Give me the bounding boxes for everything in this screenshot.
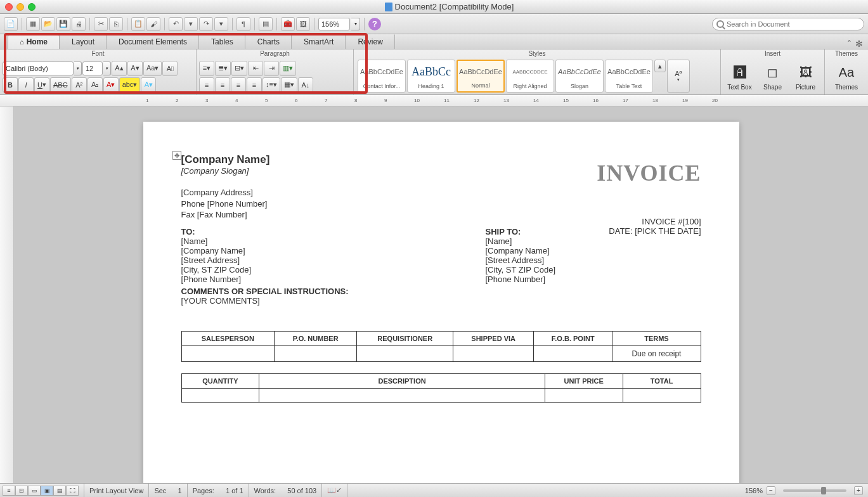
comments-value[interactable]: [YOUR COMMENTS] bbox=[181, 296, 701, 306]
ship-company[interactable]: [Company Name] bbox=[486, 246, 701, 255]
zoom-icon[interactable] bbox=[28, 3, 36, 11]
redo-dropdown[interactable]: ▾ bbox=[214, 17, 228, 31]
paste-button[interactable]: 📋 bbox=[131, 17, 145, 31]
tab-home[interactable]: ⌂Home bbox=[8, 34, 60, 49]
zoom-label[interactable]: 156% bbox=[745, 487, 763, 494]
themes-button[interactable]: AaThemes bbox=[831, 62, 862, 91]
td-terms[interactable]: Due on receipt bbox=[612, 345, 701, 361]
font-color-button[interactable]: A▾ bbox=[103, 77, 119, 93]
font-size-dropdown[interactable]: ▾ bbox=[103, 61, 111, 75]
media-browser-button[interactable]: 🖼 bbox=[296, 17, 310, 31]
ship-city[interactable]: [City, ST ZIP Code] bbox=[486, 265, 701, 274]
show-hide-button[interactable]: ¶ bbox=[236, 17, 250, 31]
th-total[interactable]: TOTAL bbox=[623, 373, 701, 388]
text-effects-button[interactable]: A▾ bbox=[141, 77, 156, 93]
page[interactable]: ✥ INVOICE [Company Name] [Company Slogan… bbox=[143, 122, 739, 483]
shrink-font-button[interactable]: A▾ bbox=[127, 61, 143, 76]
styles-scroll-up[interactable]: ▴ bbox=[654, 60, 666, 72]
th-unit-price[interactable]: UNIT PRICE bbox=[545, 373, 623, 388]
document-scroll[interactable]: ✥ INVOICE [Company Name] [Company Slogan… bbox=[14, 106, 868, 483]
tab-document-elements[interactable]: Document Elements bbox=[107, 34, 199, 49]
zoom-value[interactable]: 156% bbox=[318, 18, 350, 30]
search-box[interactable] bbox=[712, 18, 864, 30]
invoice-items-table[interactable]: QUANTITY DESCRIPTION UNIT PRICE TOTAL bbox=[181, 373, 701, 403]
bullets-button[interactable]: ≡▾ bbox=[199, 61, 214, 76]
ship-phone[interactable]: [Phone Number] bbox=[486, 274, 701, 284]
close-icon[interactable] bbox=[5, 3, 13, 11]
search-input[interactable] bbox=[727, 20, 860, 28]
style-heading-1[interactable]: AaBbCcHeading 1 bbox=[407, 60, 455, 93]
table-move-handle[interactable]: ✥ bbox=[172, 151, 181, 160]
print-layout-view-button[interactable]: ▣ bbox=[41, 486, 53, 496]
line-spacing-button[interactable]: ↕≡▾ bbox=[262, 77, 280, 93]
open-button[interactable]: 📂 bbox=[41, 17, 55, 31]
comments-label[interactable]: COMMENTS OR SPECIAL INSTRUCTIONS: bbox=[181, 287, 701, 296]
font-size-input[interactable]: 12 bbox=[82, 61, 103, 75]
th-po-number[interactable]: P.O. NUMBER bbox=[275, 331, 357, 345]
tab-smartart[interactable]: SmartArt bbox=[292, 34, 346, 49]
fullscreen-view-button[interactable]: ⛶ bbox=[66, 486, 79, 496]
justify-button[interactable]: ≡ bbox=[247, 77, 262, 93]
publishing-view-button[interactable]: ▭ bbox=[28, 486, 41, 496]
td-salesperson[interactable] bbox=[181, 345, 275, 361]
notebook-view-button[interactable]: ▤ bbox=[53, 486, 66, 496]
invoice-info-table[interactable]: SALESPERSON P.O. NUMBER REQUISITIONER SH… bbox=[181, 331, 701, 362]
font-name-input[interactable]: Calibri (Body) bbox=[3, 61, 74, 75]
new-from-template-button[interactable]: ▦ bbox=[26, 17, 40, 31]
tab-tables[interactable]: Tables bbox=[199, 34, 245, 49]
td-po-number[interactable] bbox=[275, 345, 357, 361]
to-label[interactable]: TO: bbox=[181, 227, 397, 236]
insert-shape[interactable]: ◻Shape bbox=[757, 60, 789, 93]
copy-button[interactable]: ⎘ bbox=[109, 17, 123, 31]
change-case-button[interactable]: Aa▾ bbox=[143, 61, 162, 76]
minimize-icon[interactable] bbox=[16, 3, 24, 11]
shading-button[interactable]: ▦▾ bbox=[281, 77, 297, 93]
grow-font-button[interactable]: A▴ bbox=[112, 61, 127, 76]
invoice-date[interactable]: DATE: [PICK THE DATE] bbox=[609, 226, 701, 236]
collapse-ribbon-icon[interactable]: ˄ bbox=[847, 39, 852, 49]
cut-button[interactable]: ✂ bbox=[94, 17, 108, 31]
align-right-button[interactable]: ≡ bbox=[231, 77, 246, 93]
styles-pane-button[interactable]: Aª▾ bbox=[667, 60, 690, 93]
zoom-out-button[interactable]: − bbox=[767, 486, 775, 495]
td-requisitioner[interactable] bbox=[357, 345, 453, 361]
save-button[interactable]: 💾 bbox=[56, 17, 70, 31]
zoom-dropdown[interactable]: ▾ bbox=[351, 18, 360, 30]
clear-formatting-button[interactable]: A⃠ bbox=[162, 61, 178, 76]
to-name[interactable]: [Name] bbox=[181, 236, 397, 246]
font-name-dropdown[interactable]: ▾ bbox=[74, 61, 82, 75]
sort-button[interactable]: A↓ bbox=[298, 77, 313, 93]
strikethrough-button[interactable]: ABC bbox=[50, 77, 71, 93]
undo-button[interactable]: ↶ bbox=[169, 17, 183, 31]
outline-view-button[interactable]: ⊟ bbox=[15, 486, 28, 496]
company-phone[interactable]: Phone [Phone Number] bbox=[181, 198, 701, 210]
invoice-title[interactable]: INVOICE bbox=[597, 160, 701, 186]
zoom-in-button[interactable]: + bbox=[854, 486, 863, 495]
bold-button[interactable]: B bbox=[3, 77, 18, 93]
italic-button[interactable]: I bbox=[18, 77, 34, 93]
spellcheck-icon[interactable]: 📖✓ bbox=[327, 486, 342, 494]
sidebar-button[interactable]: ▤ bbox=[259, 17, 273, 31]
style-table-text[interactable]: AaBbCcDdEeTable Text bbox=[605, 60, 653, 93]
ribbon-settings-icon[interactable]: ✻ bbox=[855, 39, 863, 49]
style-right-aligned[interactable]: AABBCCDDEERight Aligned bbox=[506, 60, 554, 93]
to-city[interactable]: [City, ST ZIP Code] bbox=[181, 265, 397, 274]
insert-picture[interactable]: 🖼Picture bbox=[790, 60, 822, 93]
td-shipped-via[interactable] bbox=[453, 345, 534, 361]
company-address[interactable]: [Company Address] bbox=[181, 187, 701, 198]
style-slogan[interactable]: AaBbCcDdEeSlogan bbox=[555, 60, 604, 93]
underline-button[interactable]: U▾ bbox=[34, 77, 49, 93]
multilevel-list-button[interactable]: ⊟▾ bbox=[231, 61, 247, 76]
style-contact-info[interactable]: AaBbCcDdEeContact Infor... bbox=[358, 60, 406, 93]
ship-street[interactable]: [Street Address] bbox=[486, 255, 701, 265]
undo-dropdown[interactable]: ▾ bbox=[184, 17, 198, 31]
new-doc-button[interactable]: 📄 bbox=[4, 17, 18, 31]
highlight-button[interactable]: abc▾ bbox=[119, 77, 141, 93]
subscript-button[interactable]: A₂ bbox=[87, 77, 103, 93]
align-left-button[interactable]: ≡ bbox=[199, 77, 214, 93]
format-painter-button[interactable]: 🖌 bbox=[146, 17, 160, 31]
numbering-button[interactable]: ≣▾ bbox=[215, 61, 231, 76]
th-requisitioner[interactable]: REQUISITIONER bbox=[357, 331, 453, 345]
to-phone[interactable]: [Phone Number] bbox=[181, 274, 397, 284]
draft-view-button[interactable]: ≡ bbox=[3, 486, 15, 496]
